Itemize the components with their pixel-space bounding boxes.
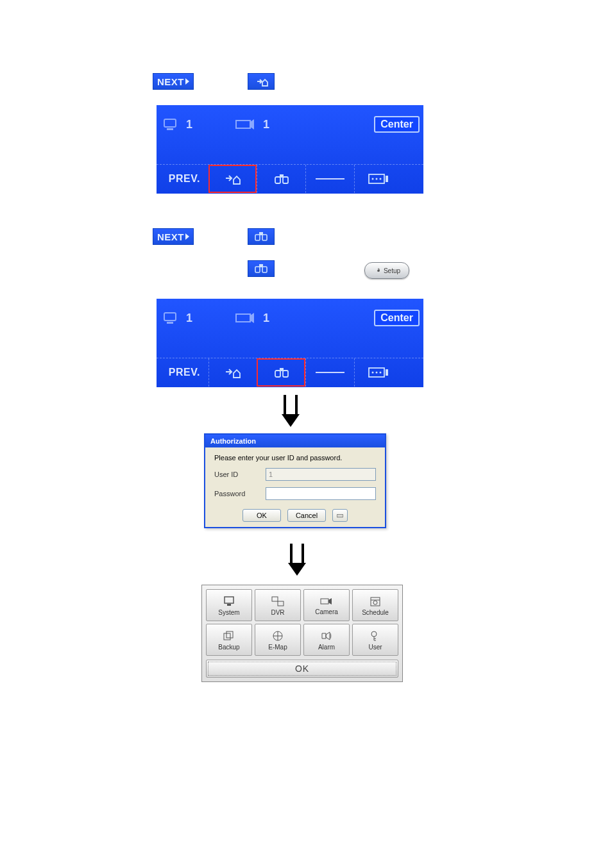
keyboard-icon (337, 512, 343, 519)
svg-rect-32 (225, 597, 234, 603)
settings-item-emap[interactable]: E-Map (255, 624, 301, 656)
setup-icon-box-1[interactable] (248, 228, 275, 245)
svg-rect-11 (255, 235, 260, 240)
label: Alarm (318, 644, 335, 651)
camera-icon (231, 115, 260, 133)
logoff-button[interactable] (208, 165, 257, 193)
arrow-stem-2 (290, 544, 304, 563)
svg-point-29 (338, 515, 339, 516)
svg-rect-13 (259, 232, 263, 235)
center-tag[interactable]: Center (374, 116, 420, 133)
svg-rect-14 (255, 267, 260, 272)
settings-item-user[interactable]: User (352, 624, 398, 656)
svg-rect-22 (280, 368, 284, 371)
setup-pill-label: Setup (384, 267, 400, 274)
center-tag[interactable]: Center (374, 310, 420, 326)
logoff-house-arrow-icon (223, 171, 242, 187)
label: Camera (315, 608, 338, 615)
svg-rect-17 (164, 313, 176, 321)
dvr-icon (270, 595, 285, 608)
dash-slot (305, 358, 354, 387)
svg-rect-0 (164, 119, 176, 127)
svg-rect-15 (262, 267, 267, 272)
authorization-dialog: Authorization Please enter your user ID … (204, 433, 386, 528)
user-id-input (266, 468, 376, 481)
svg-point-8 (376, 178, 378, 180)
setup-lock-button[interactable] (257, 358, 305, 387)
camera-icon (231, 309, 260, 327)
backup-icon (222, 630, 236, 642)
settings-item-schedule[interactable]: Schedule (352, 589, 398, 621)
dash-slot (305, 165, 354, 193)
dialog-title: Authorization (205, 435, 385, 447)
svg-rect-4 (283, 177, 288, 183)
user-id-label: User ID (214, 471, 266, 478)
settings-ok-button[interactable]: OK (206, 660, 398, 678)
setup-lock-button[interactable] (257, 165, 305, 193)
setup-binoculars-icon (273, 365, 291, 380)
keypad-button[interactable] (354, 165, 403, 193)
svg-rect-10 (386, 176, 388, 182)
camera-icon (319, 596, 334, 607)
svg-point-30 (340, 515, 341, 516)
label: DVR (271, 609, 284, 616)
logoff-button[interactable] (208, 358, 257, 387)
svg-rect-12 (262, 235, 267, 240)
svg-point-42 (371, 631, 377, 637)
settings-item-system[interactable]: System (206, 589, 252, 621)
next-button-1[interactable]: NEXT (153, 73, 194, 90)
password-input[interactable] (266, 487, 376, 500)
settings-item-camera[interactable]: Camera (303, 589, 350, 621)
svg-point-31 (341, 515, 342, 516)
status-panel-a: 1 1 Center PREV. (157, 105, 423, 194)
chevron-right-icon (185, 233, 189, 240)
setup-pill-button[interactable]: Setup (364, 262, 409, 279)
settings-item-alarm[interactable]: Alarm (303, 624, 350, 656)
cancel-button[interactable]: Cancel (287, 509, 326, 522)
svg-rect-5 (280, 174, 284, 178)
setup-binoculars-icon (273, 172, 291, 186)
password-label: Password (214, 490, 266, 497)
wrench-icon (373, 267, 381, 274)
svg-rect-2 (236, 121, 250, 128)
schedule-icon (369, 595, 382, 608)
settings-panel: System DVR Camera Schedule Backup E-Map … (201, 585, 403, 682)
next-button-2[interactable]: NEXT (153, 228, 194, 245)
svg-rect-23 (369, 368, 384, 377)
ok-button[interactable]: OK (242, 509, 281, 522)
settings-item-backup[interactable]: Backup (206, 624, 252, 656)
svg-point-41 (273, 631, 282, 640)
svg-rect-37 (371, 597, 380, 606)
svg-point-9 (380, 178, 382, 180)
logoff-house-arrow-icon (223, 365, 242, 380)
svg-point-25 (376, 372, 378, 374)
dvr-icon (160, 115, 183, 133)
status-panel-b: 1 1 Center PREV. (157, 299, 423, 387)
prev-label: PREV. (169, 173, 200, 185)
prev-button[interactable]: PREV. (160, 165, 208, 193)
svg-rect-40 (226, 631, 233, 638)
svg-rect-19 (236, 314, 250, 322)
next-label: NEXT (157, 231, 184, 242)
logoff-icon-box-1[interactable] (248, 73, 275, 90)
setup-icon-box-2[interactable] (248, 260, 275, 277)
prev-button[interactable]: PREV. (160, 358, 208, 387)
keypad-button[interactable] (354, 358, 403, 387)
setup-binoculars-icon (253, 231, 269, 242)
setup-binoculars-icon (253, 263, 269, 274)
camera-index: 1 (263, 118, 269, 131)
settings-item-dvr[interactable]: DVR (255, 589, 301, 621)
dvr-index: 1 (186, 312, 192, 325)
next-label: NEXT (157, 76, 184, 87)
svg-rect-20 (275, 371, 280, 377)
virtual-keyboard-button[interactable] (332, 509, 348, 522)
arrow-down-icon (282, 414, 300, 427)
label: User (368, 644, 382, 651)
svg-rect-1 (167, 128, 173, 130)
dvr-icon (160, 309, 183, 327)
svg-rect-16 (259, 264, 263, 267)
arrow-stem-1 (284, 395, 298, 414)
svg-rect-6 (369, 174, 384, 183)
svg-point-24 (372, 372, 374, 374)
arrow-down-icon (288, 563, 306, 576)
